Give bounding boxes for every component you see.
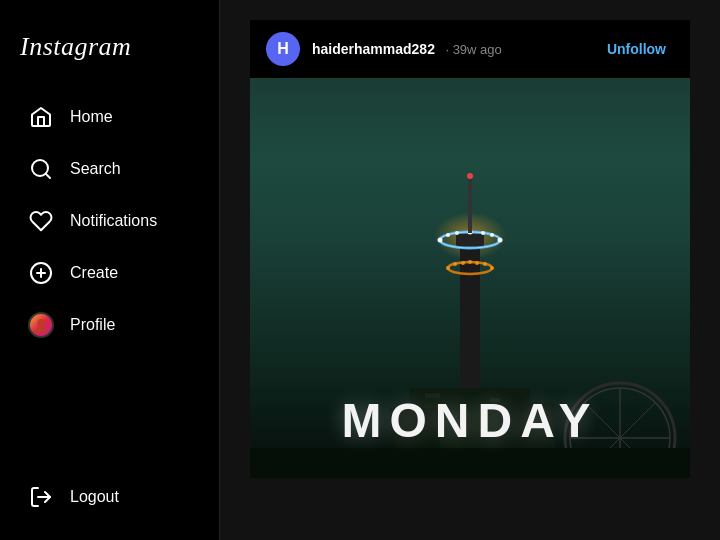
svg-point-22 — [461, 261, 465, 265]
sidebar-item-label-notifications: Notifications — [70, 212, 157, 230]
post-timestamp: · 39w ago — [445, 42, 501, 57]
sidebar-item-search[interactable]: Search — [8, 144, 211, 194]
logout-icon — [28, 484, 54, 510]
sidebar-item-label-profile: Profile — [70, 316, 115, 334]
svg-point-18 — [498, 238, 503, 243]
post-meta: haiderhammad282 · 39w ago — [312, 40, 502, 58]
unfollow-button[interactable]: Unfollow — [599, 37, 674, 61]
svg-point-26 — [490, 266, 494, 270]
home-icon — [28, 104, 54, 130]
sidebar-item-label-search: Search — [70, 160, 121, 178]
sidebar-item-notifications[interactable]: Notifications — [8, 196, 211, 246]
app-logo: Instagram — [0, 16, 219, 90]
sidebar-nav: Home Search Notifications — [0, 90, 219, 352]
sidebar-item-label-logout: Logout — [70, 488, 119, 506]
post-header: H haiderhammad282 · 39w ago Unfollow — [250, 20, 690, 78]
post-username: haiderhammad282 — [312, 41, 435, 57]
heart-icon — [28, 208, 54, 234]
post-overlay-text: MONDAY — [342, 393, 599, 448]
post-card: H haiderhammad282 · 39w ago Unfollow — [250, 20, 690, 478]
sidebar: Instagram Home Search — [0, 0, 220, 540]
svg-point-5 — [37, 319, 45, 328]
svg-point-13 — [446, 233, 450, 237]
svg-rect-40 — [250, 448, 690, 478]
sidebar-item-profile[interactable]: Profile — [8, 300, 211, 350]
plus-circle-icon — [28, 260, 54, 286]
sidebar-item-label-create: Create — [70, 264, 118, 282]
svg-point-16 — [481, 231, 485, 235]
sidebar-item-label-home: Home — [70, 108, 113, 126]
profile-avatar-icon — [28, 312, 54, 338]
svg-point-14 — [455, 231, 459, 235]
sidebar-item-home[interactable]: Home — [8, 92, 211, 142]
svg-point-12 — [438, 238, 443, 243]
svg-point-24 — [475, 261, 479, 265]
post-user-info: H haiderhammad282 · 39w ago — [266, 32, 502, 66]
svg-point-20 — [446, 266, 450, 270]
search-icon — [28, 156, 54, 182]
svg-rect-9 — [456, 233, 484, 248]
sidebar-item-create[interactable]: Create — [8, 248, 211, 298]
avatar: H — [266, 32, 300, 66]
svg-point-17 — [490, 233, 494, 237]
sidebar-item-logout[interactable]: Logout — [8, 472, 211, 522]
svg-point-25 — [483, 262, 487, 266]
svg-point-21 — [453, 262, 457, 266]
post-image: MONDAY — [250, 78, 690, 478]
svg-rect-27 — [468, 178, 472, 233]
svg-point-23 — [468, 260, 472, 264]
main-content: H haiderhammad282 · 39w ago Unfollow — [220, 0, 720, 540]
svg-line-1 — [46, 174, 50, 178]
svg-point-28 — [467, 173, 473, 179]
